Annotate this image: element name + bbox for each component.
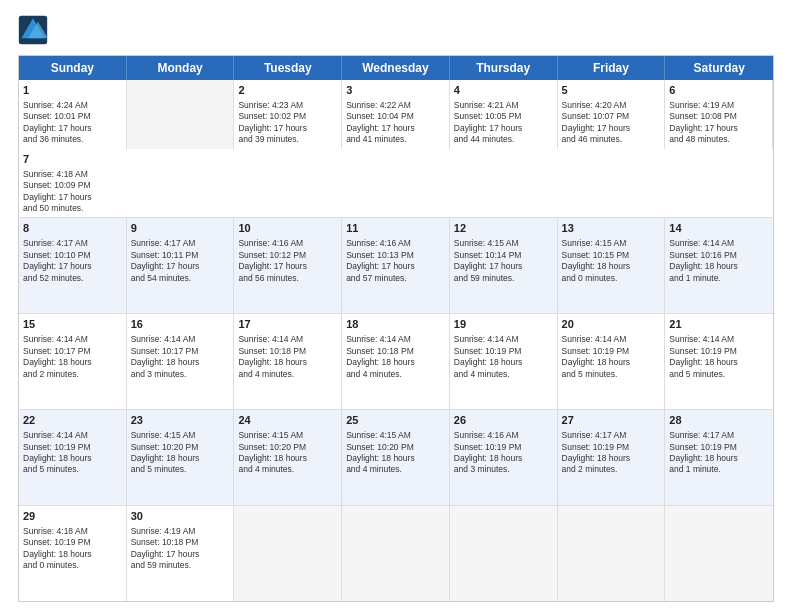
table-row: 9Sunrise: 4:17 AMSunset: 10:11 PMDayligh… xyxy=(127,218,235,313)
table-row: 14Sunrise: 4:14 AMSunset: 10:16 PMDaylig… xyxy=(665,218,773,313)
header xyxy=(18,15,774,45)
table-row: 28Sunrise: 4:17 AMSunset: 10:19 PMDaylig… xyxy=(665,410,773,505)
table-row: 26Sunrise: 4:16 AMSunset: 10:19 PMDaylig… xyxy=(450,410,558,505)
calendar-row-0: 1Sunrise: 4:24 AMSunset: 10:01 PMDayligh… xyxy=(19,80,773,217)
calendar-row-2: 15Sunrise: 4:14 AMSunset: 10:17 PMDaylig… xyxy=(19,313,773,409)
table-row: 22Sunrise: 4:14 AMSunset: 10:19 PMDaylig… xyxy=(19,410,127,505)
weekday-header-wednesday: Wednesday xyxy=(342,56,450,80)
weekday-header-friday: Friday xyxy=(558,56,666,80)
table-row: 16Sunrise: 4:14 AMSunset: 10:17 PMDaylig… xyxy=(127,314,235,409)
logo xyxy=(18,15,52,45)
weekday-header-thursday: Thursday xyxy=(450,56,558,80)
table-row: 7Sunrise: 4:18 AMSunset: 10:09 PMDayligh… xyxy=(19,149,127,218)
table-row: 13Sunrise: 4:15 AMSunset: 10:15 PMDaylig… xyxy=(558,218,666,313)
table-row: 29Sunrise: 4:18 AMSunset: 10:19 PMDaylig… xyxy=(19,506,127,601)
table-row: 2Sunrise: 4:23 AMSunset: 10:02 PMDayligh… xyxy=(234,80,342,149)
table-row: 8Sunrise: 4:17 AMSunset: 10:10 PMDayligh… xyxy=(19,218,127,313)
table-row: 24Sunrise: 4:15 AMSunset: 10:20 PMDaylig… xyxy=(234,410,342,505)
table-row xyxy=(558,506,666,601)
table-row: 23Sunrise: 4:15 AMSunset: 10:20 PMDaylig… xyxy=(127,410,235,505)
weekday-header-sunday: Sunday xyxy=(19,56,127,80)
table-row: 25Sunrise: 4:15 AMSunset: 10:20 PMDaylig… xyxy=(342,410,450,505)
table-row xyxy=(450,506,558,601)
table-row: 27Sunrise: 4:17 AMSunset: 10:19 PMDaylig… xyxy=(558,410,666,505)
table-row: 4Sunrise: 4:21 AMSunset: 10:05 PMDayligh… xyxy=(450,80,558,149)
table-row xyxy=(127,80,235,149)
table-row: 5Sunrise: 4:20 AMSunset: 10:07 PMDayligh… xyxy=(558,80,666,149)
calendar-row-3: 22Sunrise: 4:14 AMSunset: 10:19 PMDaylig… xyxy=(19,409,773,505)
table-row: 30Sunrise: 4:19 AMSunset: 10:18 PMDaylig… xyxy=(127,506,235,601)
weekday-header-saturday: Saturday xyxy=(665,56,773,80)
table-row: 19Sunrise: 4:14 AMSunset: 10:19 PMDaylig… xyxy=(450,314,558,409)
table-row: 20Sunrise: 4:14 AMSunset: 10:19 PMDaylig… xyxy=(558,314,666,409)
calendar-header: SundayMondayTuesdayWednesdayThursdayFrid… xyxy=(19,56,773,80)
table-row: 15Sunrise: 4:14 AMSunset: 10:17 PMDaylig… xyxy=(19,314,127,409)
table-row: 6Sunrise: 4:19 AMSunset: 10:08 PMDayligh… xyxy=(665,80,773,149)
weekday-header-monday: Monday xyxy=(127,56,235,80)
logo-icon xyxy=(18,15,48,45)
calendar-row-4: 29Sunrise: 4:18 AMSunset: 10:19 PMDaylig… xyxy=(19,505,773,601)
table-row: 12Sunrise: 4:15 AMSunset: 10:14 PMDaylig… xyxy=(450,218,558,313)
table-row: 18Sunrise: 4:14 AMSunset: 10:18 PMDaylig… xyxy=(342,314,450,409)
table-row: 11Sunrise: 4:16 AMSunset: 10:13 PMDaylig… xyxy=(342,218,450,313)
table-row: 17Sunrise: 4:14 AMSunset: 10:18 PMDaylig… xyxy=(234,314,342,409)
table-row xyxy=(665,506,773,601)
cal-cell-1: 1Sunrise: 4:24 AMSunset: 10:01 PMDayligh… xyxy=(19,80,127,149)
calendar-body: 1Sunrise: 4:24 AMSunset: 10:01 PMDayligh… xyxy=(19,80,773,601)
calendar: SundayMondayTuesdayWednesdayThursdayFrid… xyxy=(18,55,774,602)
table-row: 21Sunrise: 4:14 AMSunset: 10:19 PMDaylig… xyxy=(665,314,773,409)
weekday-header-tuesday: Tuesday xyxy=(234,56,342,80)
table-row: 10Sunrise: 4:16 AMSunset: 10:12 PMDaylig… xyxy=(234,218,342,313)
table-row xyxy=(342,506,450,601)
table-row: 3Sunrise: 4:22 AMSunset: 10:04 PMDayligh… xyxy=(342,80,450,149)
table-row xyxy=(234,506,342,601)
page: SundayMondayTuesdayWednesdayThursdayFrid… xyxy=(0,0,792,612)
calendar-row-1: 8Sunrise: 4:17 AMSunset: 10:10 PMDayligh… xyxy=(19,217,773,313)
